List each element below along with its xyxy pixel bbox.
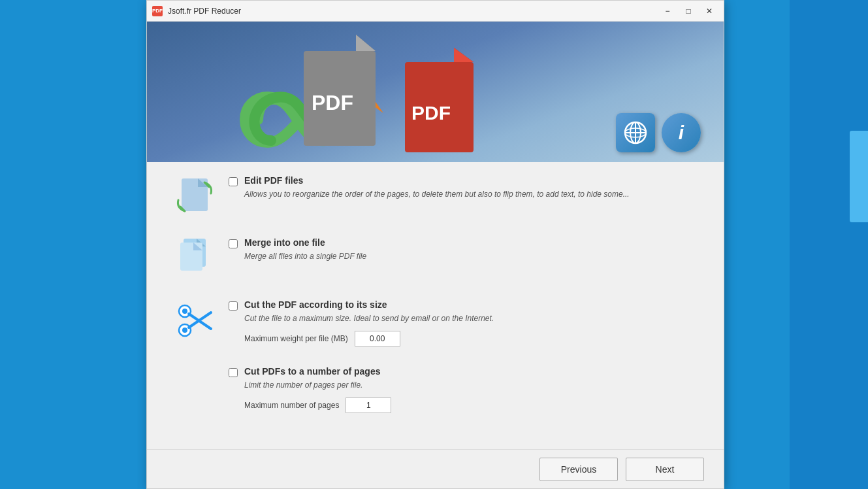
svg-text:PDF: PDF bbox=[411, 102, 451, 124]
previous-button[interactable]: Previous bbox=[539, 458, 618, 481]
cut-size-input[interactable] bbox=[355, 331, 400, 346]
edit-pdf-icon bbox=[173, 175, 216, 218]
svg-text:PDF: PDF bbox=[312, 91, 353, 114]
maximize-button[interactable]: □ bbox=[679, 5, 698, 18]
cut-size-desc: Cut the file to a maximum size. Ideal to… bbox=[244, 312, 698, 324]
cut-pages-checkbox[interactable] bbox=[229, 368, 238, 377]
window-title: Jsoft.fr PDF Reducer bbox=[168, 7, 241, 16]
merge-icon bbox=[173, 237, 216, 280]
pdf-doc-red: PDF bbox=[405, 48, 483, 152]
pdf-doc-gray: PDF bbox=[304, 35, 389, 146]
svg-rect-25 bbox=[180, 243, 202, 271]
cut-pages-label: Maximum number of pages bbox=[244, 401, 339, 410]
svg-rect-21 bbox=[182, 178, 208, 211]
header-banner: PDF PDF i bbox=[147, 22, 724, 162]
merge-file-desc: Merge all files into a single PDF file bbox=[244, 250, 698, 262]
globe-button[interactable] bbox=[616, 113, 655, 152]
cut-pages-input[interactable] bbox=[346, 397, 391, 413]
cut-size-control: Maximum weight per file (MB) bbox=[244, 331, 698, 346]
option-cut-pages: Cut PDFs to a number of pages Limit the … bbox=[173, 366, 698, 420]
svg-marker-10 bbox=[356, 35, 376, 51]
cut-size-checkbox[interactable] bbox=[229, 301, 238, 311]
option-cut-size: Cut the PDF according to its size Cut th… bbox=[173, 299, 698, 353]
info-button[interactable]: i bbox=[662, 113, 701, 152]
edit-pdf-desc: Allows you to reorganize the order of th… bbox=[244, 188, 698, 200]
svg-point-28 bbox=[182, 309, 187, 314]
cut-size-label: Maximum weight per file (MB) bbox=[244, 334, 348, 343]
cut-pages-control: Maximum number of pages bbox=[244, 397, 698, 413]
content-area: Edit PDF files Allows you to reorganize … bbox=[147, 162, 724, 449]
cut-pages-desc: Limit the number of pages per file. bbox=[244, 379, 698, 391]
next-button[interactable]: Next bbox=[626, 458, 704, 481]
app-icon: PDF bbox=[152, 6, 163, 16]
merge-file-checkbox[interactable] bbox=[229, 239, 238, 248]
option-edit-pdf: Edit PDF files Allows you to reorganize … bbox=[173, 175, 698, 224]
title-bar: PDF Jsoft.fr PDF Reducer − □ ✕ bbox=[147, 1, 724, 22]
footer: Previous Next bbox=[147, 449, 724, 488]
svg-point-30 bbox=[182, 328, 187, 333]
edit-pdf-checkbox[interactable] bbox=[229, 177, 238, 186]
cut-pages-title: Cut PDFs to a number of pages bbox=[244, 366, 698, 377]
close-button[interactable]: ✕ bbox=[700, 5, 718, 18]
main-window: PDF Jsoft.fr PDF Reducer − □ ✕ bbox=[146, 0, 724, 489]
edit-pdf-title: Edit PDF files bbox=[244, 175, 698, 186]
scissors-icon bbox=[173, 299, 216, 342]
option-merge-file: Merge into one file Merge all files into… bbox=[173, 237, 698, 286]
svg-marker-14 bbox=[454, 48, 474, 62]
merge-file-title: Merge into one file bbox=[244, 237, 698, 248]
minimize-button[interactable]: − bbox=[658, 5, 677, 18]
cut-size-title: Cut the PDF according to its size bbox=[244, 299, 698, 310]
info-icon-label: i bbox=[679, 122, 684, 144]
window-controls: − □ ✕ bbox=[658, 5, 718, 18]
taskbar-accent bbox=[850, 131, 868, 222]
